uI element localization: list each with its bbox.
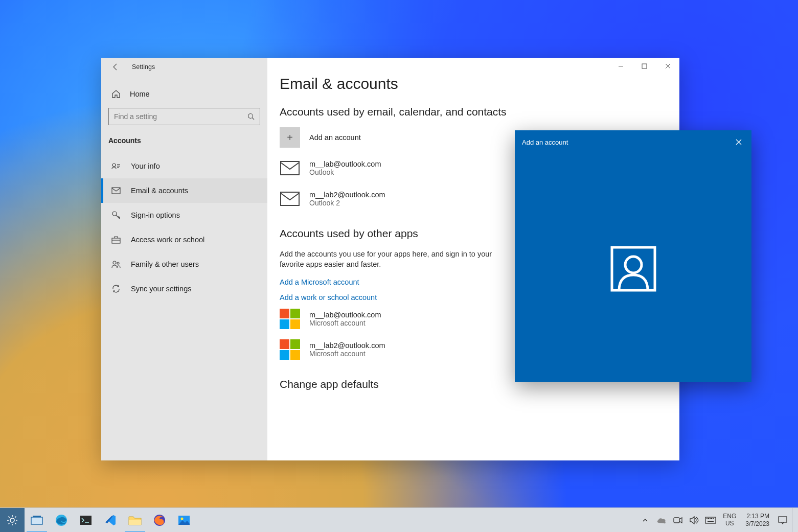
nav-label: Access work or school bbox=[131, 236, 204, 244]
svg-rect-31 bbox=[31, 517, 42, 524]
minimize-button[interactable] bbox=[609, 58, 632, 74]
svg-rect-6 bbox=[112, 188, 120, 194]
person-frame-icon bbox=[610, 245, 657, 292]
svg-rect-8 bbox=[112, 238, 120, 243]
svg-rect-41 bbox=[706, 518, 708, 519]
terminal-button[interactable] bbox=[74, 508, 98, 532]
svg-rect-13 bbox=[642, 64, 647, 68]
nav-label: Family & other users bbox=[131, 260, 199, 268]
date: 3/7/2023 bbox=[745, 520, 769, 527]
svg-line-27 bbox=[9, 516, 10, 517]
home-nav[interactable]: Home bbox=[101, 83, 267, 105]
mail-icon bbox=[280, 158, 300, 178]
add-account-modal: Add an account bbox=[515, 130, 751, 382]
svg-point-10 bbox=[113, 261, 116, 264]
svg-rect-35 bbox=[129, 520, 141, 525]
svg-rect-32 bbox=[33, 516, 41, 517]
account-provider: Outlook bbox=[309, 168, 381, 176]
account-provider: Microsoft account bbox=[309, 350, 385, 358]
nav-sync[interactable]: Sync your settings bbox=[101, 276, 267, 301]
svg-rect-34 bbox=[80, 516, 92, 525]
task-view-button[interactable] bbox=[25, 508, 49, 532]
nav-signin-options[interactable]: Sign-in options bbox=[101, 203, 267, 227]
modal-header: Add an account bbox=[515, 130, 751, 154]
photos-button[interactable] bbox=[172, 508, 196, 532]
time: 2:13 PM bbox=[745, 513, 769, 520]
key-icon bbox=[111, 211, 122, 220]
language-indicator[interactable]: ENG US bbox=[720, 513, 739, 526]
vscode-button[interactable] bbox=[98, 508, 123, 532]
svg-line-30 bbox=[15, 516, 16, 517]
account-email: m__lab@outlook.com bbox=[309, 160, 381, 168]
nav-label: Sync your settings bbox=[131, 285, 191, 293]
svg-rect-46 bbox=[708, 521, 714, 522]
firefox-button[interactable] bbox=[147, 508, 172, 532]
svg-rect-45 bbox=[713, 518, 714, 519]
keyboard-icon[interactable] bbox=[703, 508, 718, 533]
account-email: m__lab2@outlook.com bbox=[309, 341, 385, 350]
nav-label: Email & accounts bbox=[131, 187, 188, 195]
volume-icon[interactable] bbox=[687, 508, 701, 533]
desktop: Settings Home Accounts Your info bbox=[0, 0, 798, 532]
tray-chevron-icon[interactable] bbox=[638, 508, 652, 533]
nav-label: Sign-in options bbox=[131, 211, 180, 219]
home-label: Home bbox=[130, 90, 150, 98]
modal-body bbox=[515, 154, 751, 384]
action-center-icon[interactable] bbox=[776, 508, 790, 533]
search-icon bbox=[247, 113, 255, 120]
sync-icon bbox=[111, 284, 122, 293]
svg-rect-40 bbox=[705, 517, 716, 523]
account-provider: Microsoft account bbox=[309, 319, 381, 327]
people-icon bbox=[111, 260, 122, 268]
modal-title: Add an account bbox=[522, 138, 568, 146]
sidebar: Settings Home Accounts Your info bbox=[101, 58, 267, 460]
titlebar: Settings bbox=[101, 58, 267, 76]
back-button[interactable] bbox=[108, 60, 123, 74]
svg-line-29 bbox=[9, 523, 10, 524]
mail-icon bbox=[111, 187, 122, 194]
lang-top: ENG bbox=[723, 513, 736, 520]
svg-rect-39 bbox=[674, 518, 679, 523]
nav-access-work[interactable]: Access work or school bbox=[101, 227, 267, 252]
plus-icon: + bbox=[280, 127, 300, 148]
nav-family[interactable]: Family & other users bbox=[101, 252, 267, 276]
show-desktop-button[interactable] bbox=[792, 508, 795, 533]
taskbar: ENG US 2:13 PM 3/7/2023 bbox=[0, 507, 798, 532]
section-heading-email: Accounts used by email, calendar, and co… bbox=[280, 106, 659, 118]
nav-your-info[interactable]: Your info bbox=[101, 154, 267, 178]
svg-rect-44 bbox=[711, 518, 712, 519]
window-title: Settings bbox=[123, 63, 155, 71]
svg-point-38 bbox=[181, 517, 184, 520]
edge-button[interactable] bbox=[49, 508, 74, 532]
account-email: m__lab2@outlook.com bbox=[309, 191, 385, 199]
svg-rect-16 bbox=[281, 161, 299, 175]
taskbar-left bbox=[0, 508, 196, 532]
sidebar-section-label: Accounts bbox=[101, 131, 267, 154]
search-box[interactable] bbox=[108, 108, 260, 125]
person-card-icon bbox=[111, 163, 122, 170]
svg-rect-17 bbox=[281, 192, 299, 205]
meet-now-icon[interactable] bbox=[671, 508, 685, 533]
maximize-button[interactable] bbox=[632, 58, 656, 74]
svg-rect-42 bbox=[708, 518, 709, 519]
modal-close-button[interactable] bbox=[733, 136, 744, 148]
start-gear-button[interactable] bbox=[0, 508, 25, 532]
other-apps-description: Add the accounts you use for your apps h… bbox=[280, 249, 499, 270]
svg-point-0 bbox=[248, 114, 253, 119]
close-button[interactable] bbox=[656, 58, 679, 74]
svg-line-28 bbox=[15, 523, 16, 524]
window-controls bbox=[609, 58, 679, 74]
svg-point-2 bbox=[112, 164, 116, 167]
onedrive-icon[interactable] bbox=[654, 508, 669, 533]
taskbar-right: ENG US 2:13 PM 3/7/2023 bbox=[638, 508, 798, 532]
home-icon bbox=[111, 89, 122, 99]
clock[interactable]: 2:13 PM 3/7/2023 bbox=[741, 513, 773, 527]
mail-icon bbox=[280, 189, 300, 209]
account-email: m__lab@outlook.com bbox=[309, 311, 381, 319]
nav-email-accounts[interactable]: Email & accounts bbox=[101, 178, 267, 203]
search-input[interactable] bbox=[114, 112, 247, 121]
add-account-label: Add an account bbox=[309, 133, 361, 142]
file-explorer-button[interactable] bbox=[123, 508, 147, 532]
svg-point-22 bbox=[10, 518, 14, 522]
svg-rect-43 bbox=[710, 518, 711, 519]
